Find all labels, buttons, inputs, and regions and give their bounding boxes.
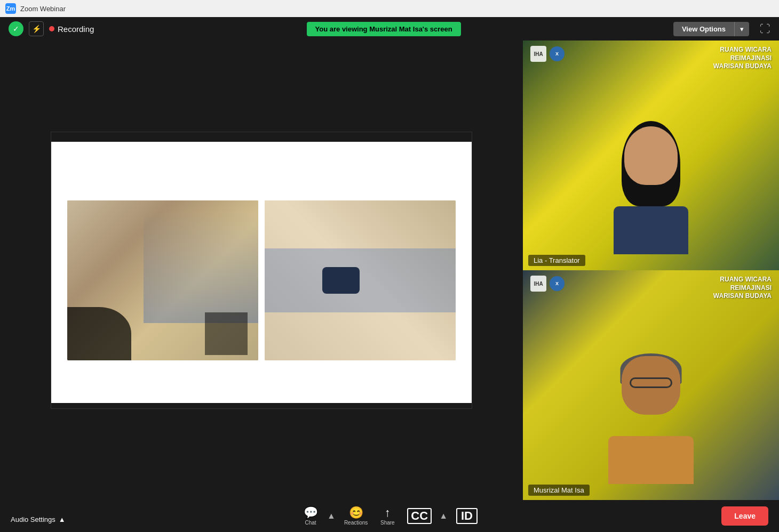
iha-logo-icon: IHA [530,46,546,62]
video-tile-musrizal: IHA X RUANG WICARA REIMAJINASI WARISAN B… [523,270,779,500]
tile-logo-musrizal: IHA X [530,276,565,292]
chat-icon: 💬 [304,507,318,519]
slide-container [51,132,472,409]
cc-badge-icon: CC [407,508,432,524]
recording-dot [49,26,54,31]
chat-label: Chat [305,520,316,526]
person-lia [592,126,710,254]
view-options-chevron[interactable]: ▾ [734,22,749,36]
chat-button[interactable]: 💬 Chat [297,503,324,529]
reactions-section: 😊 Reactions [340,503,372,529]
audio-settings-chevron: ▲ [59,515,66,523]
iha-logo-icon-bottom: IHA [530,276,546,292]
slide-image-right [265,200,456,360]
cc-section: CC ▲ [403,503,450,529]
person-musrizal [587,356,715,484]
reactions-icon: 😊 [349,507,363,519]
cc-chevron[interactable]: ▲ [437,509,450,523]
toolbar: Audio Settings ▲ 💬 Chat ▲ 😊 Reactions ↑ … [0,500,779,532]
tile-name-lia: Lia - Translator [528,255,585,266]
top-bar: ✓ ⚡ Recording You are viewing Musrizal M… [0,17,779,41]
leave-button[interactable]: Leave [721,506,768,526]
lightning-icon: ⚡ [29,21,44,36]
shield-icon: ✓ [9,21,23,36]
chat-section: 💬 Chat ▲ [297,503,338,529]
viewing-notice: You are viewing Musrizal Mat Isa's scree… [307,22,461,36]
id-badge-icon: ID [456,508,478,524]
id-section: ID [452,503,482,529]
audio-settings-label: Audio Settings [11,515,55,523]
share-button[interactable]: ↑ Share [374,503,401,529]
recording-label: Recording [58,25,94,34]
cc-button[interactable]: CC [403,503,436,529]
share-section: ↑ Share [374,503,401,529]
partner-logo-icon-bottom: X [550,276,565,291]
tile-logo-lia: IHA X [530,46,565,62]
recording-badge: Recording [49,25,94,34]
expand-icon[interactable]: ⛶ [760,23,770,35]
reactions-label: Reactions [344,520,368,526]
zoom-logo-icon: Zm [5,3,16,14]
video-tile-lia: IHA X RUANG WICARA REIMAJINASI WARISAN B… [523,41,779,270]
chat-chevron[interactable]: ▲ [325,509,338,523]
audio-settings-section[interactable]: Audio Settings ▲ [11,515,66,523]
tile-title-musrizal: RUANG WICARA REIMAJINASI WARISAN BUDAYA [713,276,772,301]
slide-image-left [67,200,258,360]
id-button[interactable]: ID [452,503,482,529]
title-bar: Zm Zoom Webinar [0,0,779,17]
screen-share-area [0,41,523,500]
video-panel: IHA X RUANG WICARA REIMAJINASI WARISAN B… [523,41,779,500]
main-area: IHA X RUANG WICARA REIMAJINASI WARISAN B… [0,41,779,500]
tile-title-lia: RUANG WICARA REIMAJINASI WARISAN BUDAYA [713,46,772,71]
partner-logo-icon-top: X [550,46,565,61]
slide-content [51,142,472,403]
reactions-button[interactable]: 😊 Reactions [340,503,372,529]
tile-header-musrizal: IHA X RUANG WICARA REIMAJINASI WARISAN B… [523,270,779,306]
share-label: Share [380,520,395,526]
share-icon: ↑ [385,507,391,519]
tile-header-lia: IHA X RUANG WICARA REIMAJINASI WARISAN B… [523,41,779,76]
view-options-button[interactable]: View Options [673,22,734,36]
tile-name-musrizal: Musrizal Mat Isa [528,485,590,496]
app-title: Zoom Webinar [20,5,66,13]
